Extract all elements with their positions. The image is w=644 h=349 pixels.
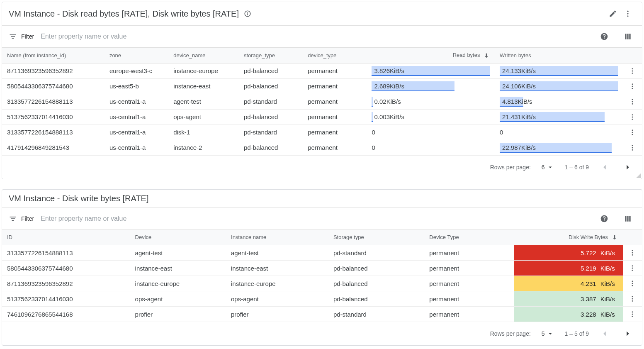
table-row: 5137562337014416030us-central1-aops-agen… (2, 109, 642, 124)
bar-cell: 24.133KiB/s (500, 66, 618, 76)
cell-device: profier (130, 307, 226, 322)
cell-metric: 3.228KiB/s (514, 307, 622, 322)
svg-point-29 (632, 285, 633, 286)
panel-disk-rw: VM Instance - Disk read bytes [RATE], Di… (2, 2, 642, 179)
cell-id: 8711369323596352892 (2, 276, 130, 291)
columns-icon[interactable] (620, 29, 635, 44)
filter-bar: Filter (2, 26, 642, 48)
table-row: 3133577226154888113agent-testagent-testp… (2, 245, 642, 261)
col-device[interactable]: device_name (168, 48, 239, 63)
row-more-icon[interactable] (625, 125, 640, 140)
svg-point-0 (627, 11, 628, 12)
next-page-icon[interactable] (620, 326, 635, 341)
svg-point-25 (632, 268, 633, 269)
cell-storage: pd-standard (328, 307, 424, 322)
info-icon[interactable] (244, 10, 251, 17)
col-dtype[interactable]: device_type (303, 48, 367, 63)
pagination: Rows per page: 6 1 – 6 of 9 (2, 156, 642, 179)
cell-write: 21.431KiB/s (495, 109, 623, 124)
cell-dtype: permanent (303, 109, 367, 124)
sort-desc-icon (483, 52, 490, 59)
row-more-icon[interactable] (625, 261, 640, 276)
rows-per-page-value: 6 (542, 164, 545, 171)
cell-instance: ops-agent (226, 291, 328, 307)
filter-input[interactable] (40, 215, 597, 223)
cell-device: instance-2 (168, 140, 239, 155)
cell-dtype: permanent (303, 78, 367, 94)
cell-device: instance-europe (168, 63, 239, 78)
col-storage[interactable]: Storage type (328, 230, 424, 245)
bar-cell: 22.987KiB/s (500, 143, 618, 153)
rows-per-page-label: Rows per page: (490, 164, 531, 171)
table-row: 5805443306375744680us-east5-binstance-ea… (2, 78, 642, 94)
svg-point-33 (632, 311, 633, 312)
cell-read: 2.689KiB/s (367, 78, 495, 94)
svg-point-1 (627, 13, 628, 14)
cell-write: 0 (495, 124, 623, 140)
svg-point-11 (632, 103, 633, 104)
col-zone[interactable]: zone (104, 48, 168, 63)
row-more-icon[interactable] (625, 79, 640, 94)
row-more-icon[interactable] (625, 63, 640, 78)
table-row: 5137562337014416030ops-agentops-agentpd-… (2, 291, 642, 307)
cell-storage: pd-balanced (328, 276, 424, 291)
cell-device: agent-test (168, 94, 239, 109)
col-instance[interactable]: Instance name (226, 230, 328, 245)
help-icon[interactable] (597, 29, 612, 44)
row-more-icon[interactable] (625, 276, 640, 291)
row-more-icon[interactable] (625, 307, 640, 322)
pagination-range: 1 – 5 of 9 (565, 330, 589, 337)
cell-storage: pd-balanced (328, 261, 424, 276)
resize-handle-icon[interactable] (636, 173, 641, 178)
cell-device: instance-east (130, 261, 226, 276)
edit-icon[interactable] (605, 6, 620, 21)
panel-header: VM Instance - Disk read bytes [RATE], Di… (2, 2, 642, 26)
filter-label: Filter (21, 215, 34, 222)
svg-point-30 (632, 296, 633, 297)
svg-point-7 (632, 85, 633, 87)
cell-dtype: permanent (424, 276, 514, 291)
col-dtype[interactable]: Device Type (424, 230, 514, 245)
cell-storage: pd-standard (239, 124, 303, 140)
cell-dtype: permanent (303, 94, 367, 109)
col-id[interactable]: ID (2, 230, 130, 245)
cell-dtype: permanent (424, 261, 514, 276)
svg-point-32 (632, 300, 633, 302)
cell-read: 3.826KiB/s (367, 63, 495, 78)
rows-per-page-select[interactable]: 6 (539, 163, 557, 171)
table-row: 3133577226154888113us-central1-aagent-te… (2, 94, 642, 109)
bar-cell: 24.106KiB/s (500, 81, 618, 91)
row-more-icon[interactable] (625, 94, 640, 109)
cell-id: 5805443306375744680 (2, 261, 130, 276)
col-write[interactable]: Written bytes (495, 48, 623, 63)
cell-storage: pd-standard (239, 94, 303, 109)
row-more-icon[interactable] (625, 245, 640, 260)
prev-page-icon[interactable] (597, 326, 612, 341)
cell-name: 3133577226154888113 (2, 94, 104, 109)
row-more-icon[interactable] (625, 291, 640, 306)
row-more-icon[interactable] (625, 110, 640, 124)
col-read[interactable]: Read bytes (367, 48, 495, 63)
filter-input[interactable] (40, 32, 597, 41)
cell-zone: us-central1-a (104, 94, 168, 109)
prev-page-icon[interactable] (597, 160, 612, 175)
svg-point-3 (632, 68, 633, 69)
next-page-icon[interactable] (620, 160, 635, 175)
col-device[interactable]: Device (130, 230, 226, 245)
row-more-icon[interactable] (625, 140, 640, 155)
col-name[interactable]: Name (from instance_id) (2, 48, 104, 63)
svg-point-24 (632, 265, 633, 266)
filter-icon (9, 32, 17, 41)
col-storage[interactable]: storage_type (239, 48, 303, 63)
more-vert-icon[interactable] (620, 6, 635, 21)
table-row: 8711369323596352892europe-west3-cinstanc… (2, 63, 642, 78)
rows-per-page-select[interactable]: 5 (539, 329, 557, 338)
svg-point-10 (632, 101, 633, 102)
columns-icon[interactable] (620, 211, 635, 226)
col-metric-label: Disk Write Bytes (569, 234, 608, 240)
help-icon[interactable] (597, 211, 612, 226)
cell-zone: europe-west3-c (104, 63, 168, 78)
col-metric[interactable]: Disk Write Bytes (514, 230, 622, 245)
cell-instance: instance-europe (226, 276, 328, 291)
cell-storage: pd-standard (328, 245, 424, 261)
